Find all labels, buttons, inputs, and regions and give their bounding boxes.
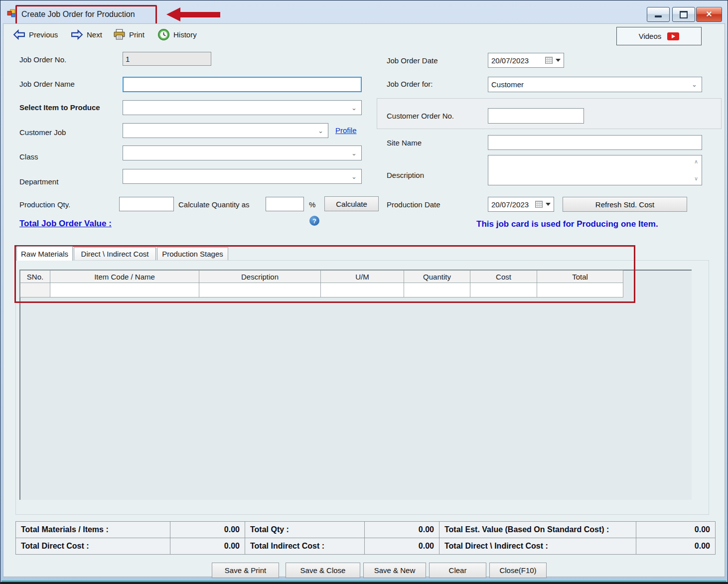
quantity-cell[interactable] xyxy=(404,283,470,297)
toolbar-print-label: Print xyxy=(129,30,145,39)
tab-raw-materials[interactable]: Raw Materials xyxy=(16,246,73,261)
toolbar-next-label: Next xyxy=(87,30,102,39)
save-and-print-button[interactable]: Save & Print xyxy=(212,563,279,578)
total-materials-value: 0.00 xyxy=(170,522,245,538)
videos-button[interactable]: Videos xyxy=(616,27,702,45)
chevron-down-icon: ⌄ xyxy=(692,81,697,88)
col-total: Total xyxy=(537,271,623,283)
close-f10-button[interactable]: Close(F10) xyxy=(489,563,547,578)
raw-materials-grid: SNo. Item Code / Name Description U/M Qu… xyxy=(19,270,692,500)
application-window: Create Job Order for Production ✕ Previo… xyxy=(0,0,728,584)
toolbar-previous-button[interactable]: Previous xyxy=(13,28,58,41)
job-order-no-value: 1 xyxy=(126,55,130,63)
totals-table: Total Materials / Items : 0.00 Total Qty… xyxy=(15,521,716,555)
job-card-note: This job card is used for Producing one … xyxy=(476,219,658,229)
toolbar-next-button[interactable]: Next xyxy=(71,28,102,41)
close-icon: ✕ xyxy=(706,10,712,18)
department-combobox[interactable]: ⌄ xyxy=(123,169,362,184)
youtube-icon xyxy=(667,32,679,40)
refresh-std-cost-button[interactable]: Refresh Std. Cost xyxy=(563,197,687,212)
customer-job-combobox[interactable]: ⌄ xyxy=(123,123,328,138)
total-est-value-label: Total Est. Value (Based On Standard Cost… xyxy=(439,522,636,538)
col-item-code-name: Item Code / Name xyxy=(50,271,199,283)
col-cost: Cost xyxy=(470,271,537,283)
app-form-icon xyxy=(7,9,16,19)
total-job-order-value-link[interactable]: Total Job Order Value : xyxy=(19,219,112,229)
job-order-date-value: 20/07/2023 xyxy=(491,56,542,65)
clear-button[interactable]: Clear xyxy=(429,563,486,578)
total-qty-label: Total Qty : xyxy=(245,522,365,538)
job-order-name-input[interactable] xyxy=(123,77,362,92)
job-order-no-label: Job Order No. xyxy=(19,55,66,64)
calc-qty-label: Calculate Quantity as xyxy=(178,200,250,209)
save-and-close-button[interactable]: Save & Close xyxy=(286,563,360,578)
job-order-date-picker[interactable]: 20/07/2023 xyxy=(488,53,564,68)
scroll-down-icon[interactable]: ∨ xyxy=(694,176,698,181)
job-order-name-label: Job Order Name xyxy=(19,80,75,88)
col-um: U/M xyxy=(321,271,404,283)
col-quantity: Quantity xyxy=(404,271,470,283)
description-label: Description xyxy=(387,171,424,179)
chevron-down-icon: ⌄ xyxy=(318,128,323,134)
col-description: Description xyxy=(199,271,321,283)
select-item-combobox[interactable]: ⌄ xyxy=(123,100,362,115)
scroll-up-icon[interactable]: ∧ xyxy=(694,159,698,164)
total-est-value-value: 0.00 xyxy=(636,522,716,538)
toolbar-history-button[interactable]: History xyxy=(157,28,197,41)
arrow-right-icon xyxy=(71,28,83,41)
job-order-for-combobox[interactable]: Customer ⌄ xyxy=(488,77,702,92)
calculate-button[interactable]: Calculate xyxy=(324,196,379,211)
job-order-for-label: Job Order for: xyxy=(387,80,433,88)
dropdown-triangle-icon xyxy=(556,59,561,62)
calendar-icon xyxy=(545,57,553,64)
minimize-button[interactable] xyxy=(647,7,670,22)
annotation-arrow-tail xyxy=(179,12,220,17)
profile-link[interactable]: Profile xyxy=(335,126,357,135)
save-and-new-button[interactable]: Save & New xyxy=(363,563,426,578)
total-cell[interactable] xyxy=(537,283,623,297)
production-date-label: Production Date xyxy=(387,200,440,209)
col-sno: SNo. xyxy=(20,271,50,283)
total-qty-value: 0.00 xyxy=(365,522,439,538)
total-indirect-cost-value: 0.00 xyxy=(365,538,439,555)
production-date-value: 20/07/2023 xyxy=(491,200,532,209)
cost-cell[interactable] xyxy=(470,283,537,297)
total-direct-indirect-value: 0.00 xyxy=(636,538,716,555)
help-icon[interactable]: ? xyxy=(309,216,319,226)
description-textarea[interactable] xyxy=(488,155,702,185)
percent-label: % xyxy=(309,200,315,209)
history-clock-icon xyxy=(157,28,170,41)
job-order-for-value: Customer xyxy=(491,80,524,89)
job-order-no-field: 1 xyxy=(123,52,211,66)
toolbar-print-button[interactable]: Print xyxy=(113,28,145,41)
production-date-picker[interactable]: 20/07/2023 xyxy=(488,197,554,212)
customer-job-label: Customer Job xyxy=(19,128,66,137)
site-name-input[interactable] xyxy=(488,135,702,150)
videos-label: Videos xyxy=(639,32,662,40)
chevron-down-icon: ⌄ xyxy=(351,105,357,111)
grid-empty-row xyxy=(20,283,623,297)
tab-direct-indirect-cost[interactable]: Direct \ Indirect Cost xyxy=(74,247,156,260)
item-code-cell[interactable] xyxy=(50,283,199,297)
chevron-down-icon: ⌄ xyxy=(351,173,357,180)
close-button[interactable]: ✕ xyxy=(696,7,722,22)
site-name-label: Site Name xyxy=(387,139,422,147)
toolbar-previous-label: Previous xyxy=(29,30,58,39)
total-direct-cost-label: Total Direct Cost : xyxy=(16,538,170,555)
description-cell[interactable] xyxy=(199,283,321,297)
production-qty-input[interactable] xyxy=(119,197,174,211)
department-label: Department xyxy=(19,177,58,186)
maximize-button[interactable] xyxy=(672,7,695,22)
job-order-date-label: Job Order Date xyxy=(387,56,438,65)
um-cell[interactable] xyxy=(321,283,404,297)
tab-production-stages[interactable]: Production Stages xyxy=(157,247,228,260)
customer-order-no-input[interactable] xyxy=(488,108,584,124)
class-combobox[interactable]: ⌄ xyxy=(123,146,362,160)
calc-qty-input[interactable] xyxy=(266,197,304,211)
total-direct-cost-value: 0.00 xyxy=(170,538,245,555)
chevron-down-icon: ⌄ xyxy=(351,150,357,156)
row-header-cell[interactable] xyxy=(20,283,50,297)
total-materials-label: Total Materials / Items : xyxy=(16,522,170,538)
totals-row-2: Total Direct Cost : 0.00 Total Indirect … xyxy=(16,538,716,555)
raw-materials-table: SNo. Item Code / Name Description U/M Qu… xyxy=(20,270,623,297)
